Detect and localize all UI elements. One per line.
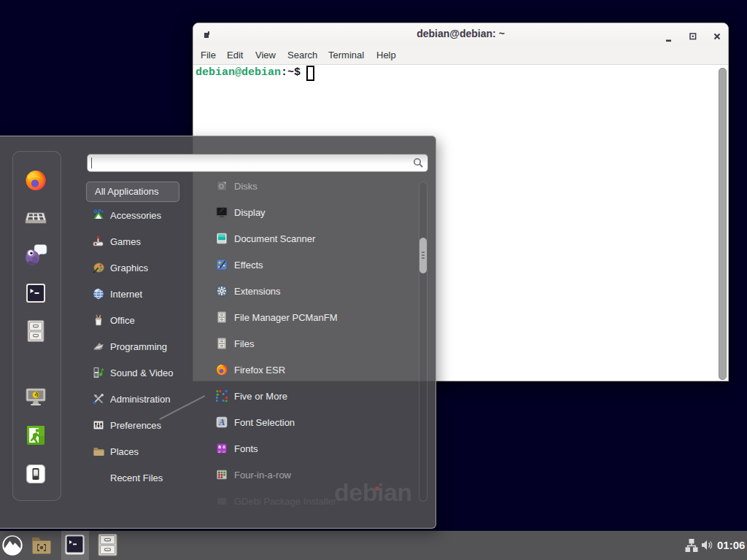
svg-text:A: A bbox=[218, 417, 225, 427]
svg-text:a: a bbox=[218, 448, 221, 454]
svg-text:a: a bbox=[222, 448, 225, 454]
